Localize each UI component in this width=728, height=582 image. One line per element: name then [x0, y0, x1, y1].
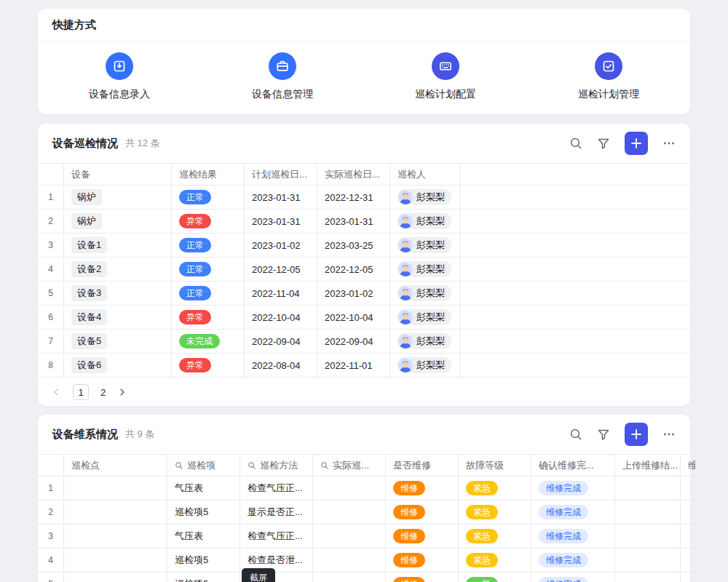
plan-date-cell[interactable]: 2022-12-05 — [245, 258, 317, 282]
row-index[interactable]: 5 — [38, 573, 64, 582]
device-cell[interactable]: 设备1 — [64, 234, 172, 258]
col-inspector[interactable]: 巡检人 — [390, 164, 460, 186]
upload-cell[interactable] — [615, 573, 681, 582]
item-cell[interactable]: 巡检项5 — [167, 501, 240, 525]
result-cell[interactable]: 正常 — [172, 282, 245, 306]
row-index[interactable]: 6 — [38, 306, 64, 330]
row-index[interactable]: 1 — [38, 186, 64, 210]
device-cell[interactable]: 锅炉 — [64, 186, 172, 210]
table-row[interactable]: 1 锅炉 正常 2023-01-31 2022-12-31 彭梨梨 — [38, 186, 690, 210]
search-icon[interactable] — [569, 137, 582, 150]
col-confirm[interactable]: 确认维修完... — [531, 455, 615, 477]
inspector-cell[interactable]: 彭梨梨 — [390, 330, 460, 354]
col-last-cut[interactable]: 维 — [681, 455, 695, 477]
row-index[interactable]: 7 — [38, 330, 64, 354]
page-2-button[interactable]: 2 — [100, 387, 106, 398]
confirm-cell[interactable]: 维修完成 — [531, 573, 615, 582]
actual-result-cell[interactable] — [313, 501, 386, 525]
table-row[interactable]: 2 锅炉 异常 2023-01-31 2023-01-31 彭梨梨 — [38, 210, 690, 234]
page-1-button[interactable]: 1 — [73, 384, 89, 400]
point-cell[interactable] — [64, 525, 167, 549]
table-row[interactable]: 6 设备4 异常 2022-10-04 2022-10-04 彭梨梨 — [38, 306, 690, 330]
level-cell[interactable]: 紧急 — [459, 549, 531, 573]
upload-cell[interactable] — [615, 477, 681, 501]
table-row[interactable]: 8 设备6 异常 2022-08-04 2022-11-01 彭梨梨 — [38, 354, 690, 378]
point-cell[interactable] — [64, 477, 167, 501]
result-cell[interactable]: 正常 — [172, 186, 245, 210]
actual-date-cell[interactable]: 2022-12-05 — [317, 258, 390, 282]
device-cell[interactable]: 设备4 — [64, 306, 172, 330]
point-cell[interactable] — [64, 501, 167, 525]
row-index[interactable]: 2 — [38, 210, 64, 234]
actual-date-cell[interactable]: 2023-01-02 — [317, 282, 390, 306]
shortcut-device-entry[interactable]: 设备信息录入 — [38, 52, 201, 101]
upload-cell[interactable] — [615, 525, 681, 549]
point-cell[interactable] — [64, 573, 167, 582]
col-device[interactable]: 设备 — [64, 164, 172, 186]
shortcut-device-manage[interactable]: 设备信息管理 — [201, 52, 364, 101]
table-row[interactable]: 1 气压表 检查气压正... 维修 紧急 维修完成 — [38, 477, 690, 501]
col-actual-date[interactable]: 实际巡检日... — [317, 164, 390, 186]
table-row[interactable]: 3 设备1 正常 2023-01-02 2023-03-25 彭梨梨 — [38, 234, 690, 258]
plan-date-cell[interactable]: 2023-01-02 — [245, 234, 317, 258]
confirm-cell[interactable]: 维修完成 — [531, 477, 615, 501]
method-cell[interactable]: 显示是否正... — [240, 501, 313, 525]
item-cell[interactable]: 巡检项5 — [167, 573, 240, 582]
row-index[interactable]: 8 — [38, 354, 64, 378]
col-upload[interactable]: 上传维修结... — [615, 455, 681, 477]
table-row[interactable]: 3 气压表 检查气压正... 维修 紧急 维修完成 — [38, 525, 690, 549]
inspector-cell[interactable]: 彭梨梨 — [390, 306, 460, 330]
add-record-button[interactable] — [625, 423, 648, 446]
row-index[interactable]: 2 — [38, 501, 64, 525]
level-cell[interactable]: 紧急 — [459, 501, 531, 525]
more-icon[interactable] — [662, 428, 676, 441]
actual-date-cell[interactable]: 2022-09-04 — [317, 330, 390, 354]
method-cell[interactable]: 检查气压正... — [240, 477, 313, 501]
repair-cell[interactable]: 维修 — [386, 549, 459, 573]
method-cell[interactable]: 检查气压正... — [240, 525, 313, 549]
actual-date-cell[interactable]: 2022-12-31 — [317, 186, 390, 210]
device-cell[interactable]: 设备2 — [64, 258, 172, 282]
table-row[interactable]: 4 巡检项5 检查是否泄... 维修 紧急 维修完成 — [38, 549, 690, 573]
inspector-cell[interactable]: 彭梨梨 — [390, 234, 460, 258]
actual-result-cell[interactable] — [313, 525, 386, 549]
item-cell[interactable]: 巡检项5 — [167, 549, 240, 573]
level-cell[interactable]: 紧急 — [459, 477, 531, 501]
actual-date-cell[interactable]: 2023-01-31 — [317, 210, 390, 234]
col-actual-result[interactable]: 实际巡... — [313, 455, 386, 477]
confirm-cell[interactable]: 维修完成 — [531, 525, 615, 549]
plan-date-cell[interactable]: 2022-08-04 — [245, 354, 317, 378]
col-level[interactable]: 故障等级 — [459, 455, 531, 477]
plan-date-cell[interactable]: 2023-01-31 — [245, 210, 317, 234]
col-item[interactable]: 巡检项 — [167, 455, 240, 477]
row-index[interactable]: 4 — [38, 549, 64, 573]
prev-page-icon[interactable] — [51, 387, 61, 397]
upload-cell[interactable] — [615, 501, 681, 525]
actual-date-cell[interactable]: 2023-03-25 — [317, 234, 390, 258]
plan-date-cell[interactable]: 2022-10-04 — [245, 306, 317, 330]
actual-date-cell[interactable]: 2022-10-04 — [317, 306, 390, 330]
inspector-cell[interactable]: 彭梨梨 — [390, 354, 460, 378]
device-cell[interactable]: 锅炉 — [64, 210, 172, 234]
row-index[interactable]: 3 — [38, 525, 64, 549]
table-row[interactable]: 2 巡检项5 显示是否正... 维修 紧急 维修完成 — [38, 501, 690, 525]
add-record-button[interactable] — [625, 132, 648, 155]
more-icon[interactable] — [662, 137, 676, 150]
plan-date-cell[interactable]: 2023-01-31 — [245, 186, 317, 210]
repair-cell[interactable]: 维修 — [386, 477, 459, 501]
repair-cell[interactable]: 维修 — [386, 501, 459, 525]
inspector-cell[interactable]: 彭梨梨 — [390, 210, 460, 234]
confirm-cell[interactable]: 维修完成 — [531, 549, 615, 573]
device-cell[interactable]: 设备6 — [64, 354, 172, 378]
table-row[interactable]: 5 巡检项5 显示... 维修 一般 维修完成 — [38, 573, 690, 582]
upload-cell[interactable] — [615, 549, 681, 573]
filter-icon[interactable] — [597, 428, 610, 441]
search-icon[interactable] — [569, 428, 582, 441]
col-plan-date[interactable]: 计划巡检日... — [245, 164, 317, 186]
table-row[interactable]: 4 设备2 正常 2022-12-05 2022-12-05 彭梨梨 — [38, 258, 690, 282]
device-cell[interactable]: 设备5 — [64, 330, 172, 354]
inspector-cell[interactable]: 彭梨梨 — [390, 258, 460, 282]
col-result[interactable]: 巡检结果 — [172, 164, 245, 186]
table-row[interactable]: 5 设备3 正常 2022-11-04 2023-01-02 彭梨梨 — [38, 282, 690, 306]
item-cell[interactable]: 气压表 — [167, 525, 240, 549]
